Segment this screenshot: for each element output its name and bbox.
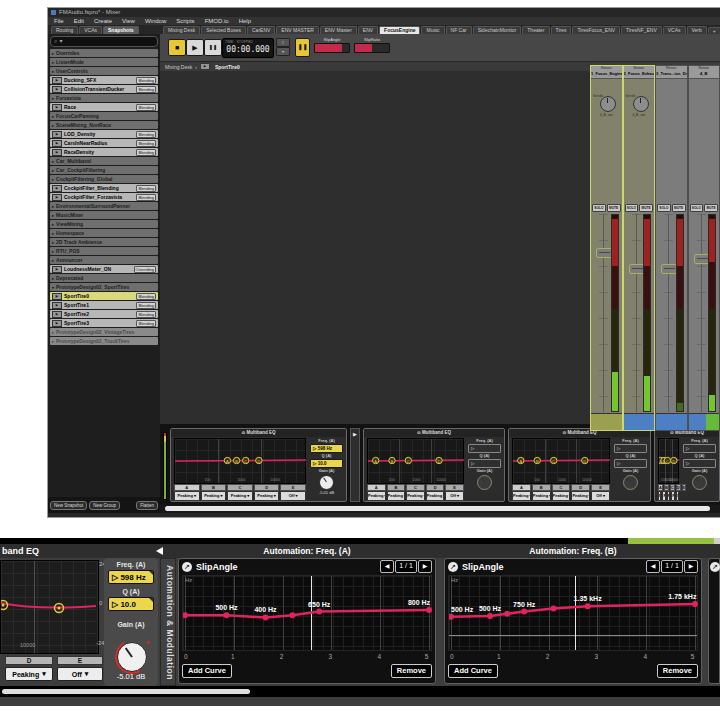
q-field[interactable]: ▷ 10.0	[310, 459, 343, 468]
sidebar-item-listenmode[interactable]: ▸ListenMode	[50, 58, 158, 66]
band-mode-select-b[interactable]: Peaking ▾	[662, 491, 665, 501]
new-snapshot-button[interactable]: New Snapshot	[50, 501, 87, 510]
chevron-down-icon[interactable]: ▾	[52, 285, 54, 290]
deck-scroll-thumb[interactable]	[165, 506, 710, 511]
sidebar-item-race[interactable]: ▶RaceBlending	[50, 103, 158, 111]
sidebar-item-loudnessmeter-on[interactable]: ▶LoudnessMeter_ONOverriding	[50, 265, 158, 273]
output-routing-block[interactable]	[656, 413, 687, 430]
eq-mini-graph[interactable]: ABCD100100010000	[658, 438, 679, 484]
band-mode-select-c[interactable]: Peaking ▾	[667, 491, 670, 501]
search-dropdown-icon[interactable]: ▾	[59, 38, 62, 45]
band-e-mode-select[interactable]: Off ▾	[57, 667, 103, 681]
workspace-tab-vcas[interactable]: VCAs	[663, 26, 686, 34]
send-knob[interactable]	[600, 96, 616, 112]
band-button-e[interactable]: E	[591, 484, 610, 491]
workspace-tab-tiresnf-env[interactable]: TiresNF_ENV	[621, 26, 662, 34]
band-button-a[interactable]: A	[367, 484, 386, 491]
meter-dropdown-button[interactable]: ▾	[276, 47, 290, 56]
band-mode-select-e[interactable]: Off ▾	[591, 491, 610, 501]
band-d-button[interactable]: D	[5, 656, 53, 665]
output-routing-block[interactable]	[591, 413, 622, 430]
sidebar-item-focuscarpanning[interactable]: ▸FocusCarPanning	[50, 112, 158, 120]
band-mode-select-a[interactable]: Peaking ▾	[658, 491, 661, 501]
band-mode-select-a[interactable]: Peaking ▾	[367, 491, 386, 501]
pager-next-button[interactable]: ▶	[684, 560, 698, 573]
solo-button[interactable]: SOLO	[625, 204, 639, 212]
mute-button[interactable]: MUTE	[704, 204, 718, 212]
solo-button[interactable]: SOLO	[657, 204, 671, 212]
workspace-tab-verb[interactable]: Verb	[687, 26, 707, 34]
param-slider[interactable]	[354, 43, 390, 53]
chevron-right-icon[interactable]: ▸	[52, 231, 54, 236]
remove-curve-button[interactable]: Remove	[391, 664, 432, 678]
chevron-right-icon[interactable]: ▸	[52, 159, 54, 164]
sidebar-item-deprecated[interactable]: ▸Deprecated	[50, 274, 158, 282]
chevron-right-icon[interactable]: ▸	[52, 60, 54, 65]
band-mode-select-d[interactable]: Peaking ▾	[671, 491, 674, 501]
q-field[interactable]: ▷	[468, 459, 501, 468]
band-button-b[interactable]: B	[387, 484, 406, 491]
sidebar-item-cockpitfiltering-global[interactable]: ▸CockpitFiltering_Global	[50, 175, 158, 183]
q-field[interactable]: ▷	[683, 459, 716, 468]
gain-a-knob[interactable]	[117, 642, 147, 672]
flatten-button[interactable]: Flatten	[136, 501, 158, 510]
sidebar-item-sporttire0[interactable]: ▶SportTire0Blending	[50, 292, 158, 300]
sidebar-item-racedensity[interactable]: ▶RaceDensityBlending	[50, 148, 158, 156]
freq-field[interactable]: ▷	[614, 444, 647, 453]
band-mode-select-e[interactable]: Off ▾	[280, 491, 306, 501]
mute-button[interactable]: MUTE	[672, 204, 686, 212]
sidebar-item-prototypedesign02-sporttires[interactable]: ▾PrototypeDesign02_SportTires	[50, 283, 158, 291]
workspace-tab-focusengine[interactable]: FocusEngine	[379, 26, 420, 34]
chevron-right-icon[interactable]: ▸	[52, 249, 54, 254]
band-e-button[interactable]: E	[57, 656, 103, 665]
multiband-eq-panel-1[interactable]: ⊙ Multiband EQABCD100100010000ABCDEPeaki…	[170, 428, 347, 502]
sidebar-item-environmentalsurroundpanner[interactable]: ▸EnvironmentalSurroundPanner	[50, 202, 158, 210]
freq-a-field[interactable]: ▷ 598 Hz	[108, 570, 154, 584]
band-button-c[interactable]: C	[552, 484, 571, 491]
workspace-tab-env-master[interactable]: ENV MASTER	[276, 26, 319, 34]
band-mode-select-b[interactable]: Peaking ▾	[201, 491, 227, 501]
sidebar-item-overrides[interactable]: ▸Overrides	[50, 49, 158, 57]
sidebar-item-carsinnearradius[interactable]: ▶CarsInNearRadiusBlending	[50, 139, 158, 147]
band-button-d[interactable]: D	[254, 484, 280, 491]
chevron-right-icon[interactable]: ▸	[52, 168, 54, 173]
sidebar-item-announcer[interactable]: ▸Announcer	[50, 256, 158, 264]
search-input[interactable]: ⌕ ▾	[50, 36, 158, 47]
band-button-c[interactable]: C	[227, 484, 253, 491]
mixer-strip-3-trans-ion-dry[interactable]: Return3_Trans...ion_DrySOLOMUTE	[655, 65, 688, 431]
add-curve-button[interactable]: Add Curve	[448, 664, 498, 678]
workspace-tab-tiresfocus-env[interactable]: TiresFocus_ENV	[572, 26, 620, 34]
sidebar-item-usercontrols[interactable]: ▸UserControls	[50, 67, 158, 75]
send-knob[interactable]	[633, 96, 649, 112]
chevron-right-icon[interactable]: ▸	[52, 96, 54, 101]
band-mode-select-e[interactable]: Off ▾	[676, 491, 679, 501]
sidebar-item-homespace[interactable]: ▸Homespace	[50, 229, 158, 237]
band-mode-select-e[interactable]: Off ▾	[445, 491, 464, 501]
pager-prev-button[interactable]: ◀	[380, 560, 394, 573]
workspace-tab-carenv[interactable]: CarENV	[247, 26, 275, 34]
workspace-tab-selected-buses[interactable]: Selected Buses	[201, 26, 246, 34]
chevron-right-icon[interactable]: ▸	[52, 339, 54, 344]
sidebar-item-sporttire3[interactable]: ▶SportTire3Blending	[50, 319, 158, 327]
band-mode-select-a[interactable]: Peaking ▾	[174, 491, 200, 501]
sidebar-item-collisiontransientducker[interactable]: ▶CollisionTransientDuckerBlending	[50, 85, 158, 93]
q-field[interactable]: ▷	[614, 459, 647, 468]
menu-view[interactable]: View	[122, 18, 135, 24]
freq-field[interactable]: ▷	[683, 444, 716, 453]
stop-button[interactable]: ■	[168, 39, 186, 56]
chevron-right-icon[interactable]: ▸	[52, 204, 54, 209]
sidebar-item-ducking-sfx[interactable]: ▶Ducking_SFXBlending	[50, 76, 158, 84]
automation-drawer-tab[interactable]: Automation & Modulation	[160, 558, 176, 686]
tab-snapshots[interactable]: Snapshots	[103, 26, 139, 34]
menu-file[interactable]: File	[54, 18, 64, 24]
band-button-d[interactable]: D	[426, 484, 445, 491]
gain-knob[interactable]	[477, 475, 492, 490]
band-mode-select-d[interactable]: Peaking ▾	[426, 491, 445, 501]
new-group-button[interactable]: New Group	[89, 501, 120, 510]
sidebar-item-cockpitfilter-blending[interactable]: ▶CockpitFilter_BlendingBlending	[50, 184, 158, 192]
sidebar-item-scenemixing-nonrace[interactable]: ▸SceneMixing_NonRace	[50, 121, 158, 129]
chevron-right-icon[interactable]: ▸	[52, 213, 54, 218]
workspace-tab-sidechainmonitor[interactable]: SidechainMonitor	[473, 26, 522, 34]
collapse-drawer-icon[interactable]	[156, 547, 163, 555]
gain-knob[interactable]	[692, 475, 707, 490]
